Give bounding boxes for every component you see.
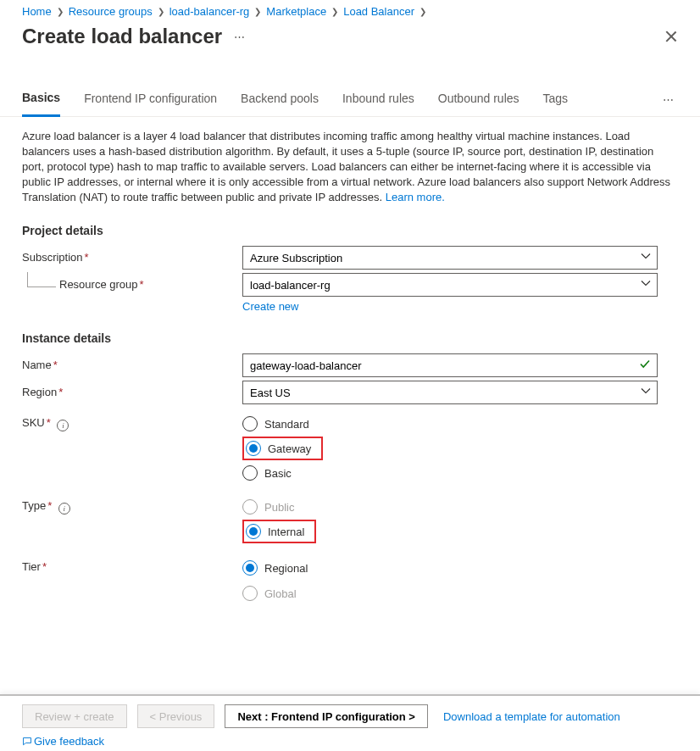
required-icon: * [42, 560, 47, 573]
breadcrumb-item[interactable]: Marketplace [266, 5, 326, 18]
tabs-more-icon[interactable]: ⋯ [663, 93, 678, 106]
radio-icon [242, 586, 258, 601]
radio-icon [246, 524, 261, 539]
resource-group-select[interactable]: load-balancer-rg [242, 273, 658, 297]
tab-basics[interactable]: Basics [22, 82, 60, 117]
tab-backend-pools[interactable]: Backend pools [241, 83, 319, 115]
chevron-right-icon: ❯ [419, 7, 426, 16]
tab-tags[interactable]: Tags [543, 83, 569, 115]
page-title: Create load balancer [22, 25, 222, 48]
radio-label: Internal [268, 526, 304, 538]
give-feedback-link[interactable]: Give feedback [22, 735, 104, 748]
feedback-icon [22, 737, 32, 747]
info-icon[interactable]: i [58, 503, 70, 515]
sku-radio-standard[interactable]: Standard [242, 411, 658, 437]
breadcrumb: Home ❯ Resource groups ❯ load-balancer-r… [0, 0, 700, 18]
breadcrumb-item[interactable]: Resource groups [69, 5, 153, 18]
section-instance-details: Instance details [22, 331, 678, 345]
tab-frontend-ip[interactable]: Frontend IP configuration [84, 83, 217, 115]
footer: Review + create < Previous Next : Fronte… [0, 694, 700, 751]
breadcrumb-item[interactable]: load-balancer-rg [169, 5, 250, 18]
page-header: Create load balancer ⋯ [0, 18, 700, 48]
tab-bar: Basics Frontend IP configuration Backend… [0, 82, 700, 117]
required-icon: * [140, 278, 144, 291]
subscription-select[interactable]: Azure Subscription [242, 246, 658, 270]
info-icon[interactable]: i [57, 420, 69, 431]
chevron-right-icon: ❯ [254, 7, 261, 16]
chevron-right-icon: ❯ [331, 7, 338, 16]
name-input[interactable] [242, 353, 658, 377]
required-icon: * [53, 359, 58, 371]
previous-button: < Previous [137, 704, 215, 728]
radio-label: Regional [264, 562, 308, 575]
sku-label: SKU [22, 416, 45, 429]
radio-icon [242, 416, 258, 431]
required-icon: * [58, 386, 63, 398]
region-label: Region [22, 386, 57, 398]
required-icon: * [47, 499, 52, 512]
type-label: Type [22, 499, 46, 512]
radio-label: Gateway [268, 442, 311, 455]
sku-radio-gateway[interactable]: Gateway [246, 438, 311, 459]
highlight-sku-gateway: Gateway [242, 437, 323, 460]
create-new-link[interactable]: Create new [242, 300, 298, 313]
tab-inbound-rules[interactable]: Inbound rules [342, 83, 414, 115]
more-icon[interactable]: ⋯ [234, 31, 246, 43]
highlight-type-internal: Internal [242, 520, 316, 543]
sku-radio-basic[interactable]: Basic [242, 460, 658, 486]
radio-icon [242, 499, 258, 515]
resource-group-label: Resource group [59, 278, 138, 291]
radio-label: Standard [264, 418, 309, 431]
type-radio-public: Public [242, 494, 658, 520]
radio-icon [242, 560, 258, 576]
tier-radio-global: Global [242, 581, 658, 606]
tab-content: Azure load balancer is a layer 4 load ba… [0, 117, 700, 606]
name-label: Name [22, 359, 52, 371]
breadcrumb-item[interactable]: Home [22, 5, 52, 18]
tab-outbound-rules[interactable]: Outbound rules [438, 83, 519, 115]
review-create-button: Review + create [22, 704, 127, 728]
intro-text: Azure load balancer is a layer 4 load ba… [22, 129, 678, 205]
intro-body: Azure load balancer is a layer 4 load ba… [22, 130, 670, 203]
required-icon: * [85, 251, 89, 264]
chevron-right-icon: ❯ [158, 7, 164, 16]
radio-label: Global [264, 587, 297, 600]
subscription-label: Subscription [22, 251, 83, 264]
radio-icon [242, 465, 258, 481]
chevron-right-icon: ❯ [57, 7, 64, 16]
tier-label: Tier [22, 560, 41, 573]
region-select[interactable]: East US [242, 381, 658, 404]
required-icon: * [47, 416, 51, 429]
tree-connector-icon [27, 272, 56, 287]
check-icon [639, 359, 651, 373]
radio-label: Basic [264, 467, 292, 480]
learn-more-link[interactable]: Learn more. [386, 191, 445, 203]
radio-icon [246, 441, 261, 456]
download-template-link[interactable]: Download a template for automation [443, 710, 620, 723]
section-project-details: Project details [22, 224, 678, 237]
tier-radio-regional[interactable]: Regional [242, 555, 658, 581]
radio-label: Public [264, 501, 294, 514]
breadcrumb-item[interactable]: Load Balancer [343, 5, 414, 18]
type-radio-internal[interactable]: Internal [246, 521, 304, 542]
next-button[interactable]: Next : Frontend IP configuration > [225, 704, 428, 728]
close-icon[interactable] [664, 30, 678, 43]
